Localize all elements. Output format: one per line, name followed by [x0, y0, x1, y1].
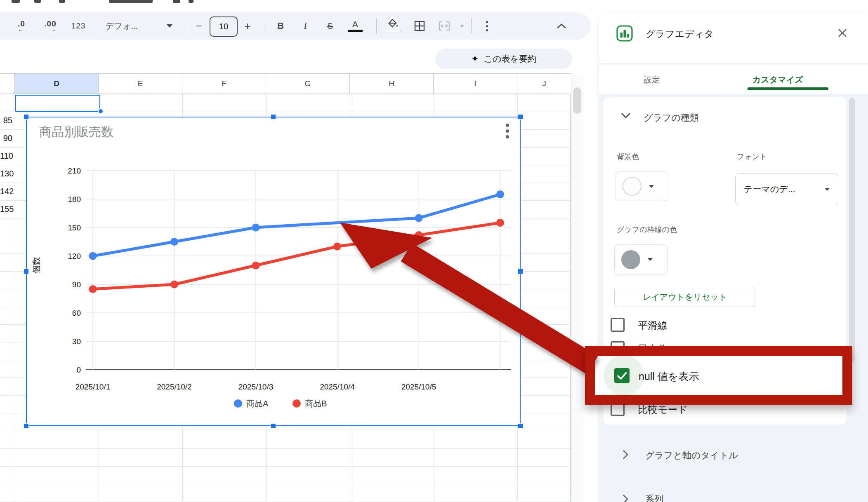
y-tick-label: 150: [68, 223, 81, 232]
data-point: [252, 224, 260, 232]
section-series[interactable]: 系列: [645, 493, 663, 502]
checkbox-compare-mode-label: 比較モード: [638, 403, 688, 416]
tab-setup[interactable]: 設定: [644, 74, 660, 85]
chart-border-color-picker[interactable]: [614, 244, 668, 274]
selected-cell[interactable]: [15, 95, 100, 112]
chevron-right-icon[interactable]: [622, 494, 629, 502]
legend-label[interactable]: 商品B: [305, 399, 327, 408]
resize-handle[interactable]: [24, 423, 29, 429]
checkbox-maximize-label: 最大化: [638, 342, 668, 356]
column-header-partial[interactable]: [0, 74, 15, 94]
legend-label[interactable]: 商品A: [246, 399, 269, 408]
data-point: [252, 262, 260, 270]
merge-cells-icon: [438, 21, 451, 31]
toolbar-divider: [376, 18, 377, 34]
background-color-label: 背景色: [617, 152, 639, 162]
column-header-J[interactable]: J: [517, 74, 571, 94]
text-color-button[interactable]: A: [346, 12, 365, 40]
more-options-button[interactable]: [478, 12, 496, 40]
chevron-down-icon[interactable]: [620, 112, 631, 119]
chart-border-color-label: グラフの枠線の色: [617, 225, 677, 235]
sheet-scrollbar-thumb[interactable]: [573, 87, 581, 114]
fill-handle[interactable]: [98, 108, 104, 114]
font-family-caret[interactable]: [163, 12, 176, 40]
y-tick-label: 90: [72, 280, 81, 289]
data-point: [415, 214, 423, 222]
number-format-button[interactable]: 123: [67, 12, 90, 40]
arrow-left-icon: ←: [18, 27, 23, 32]
checkbox-maximize[interactable]: [611, 341, 625, 355]
resize-handle[interactable]: [24, 114, 29, 120]
sheet-vertical-scrollbar[interactable]: [571, 73, 583, 502]
resize-handle[interactable]: [271, 423, 276, 429]
chevron-up-icon: [556, 23, 567, 29]
cell-value[interactable]: 110: [0, 147, 12, 165]
strikethrough-button[interactable]: S: [321, 12, 339, 40]
resize-handle[interactable]: [518, 269, 523, 274]
increase-decimal-button[interactable]: .00→: [38, 12, 63, 40]
data-point: [496, 190, 504, 198]
resize-handle[interactable]: [518, 423, 523, 429]
cell-value[interactable]: 130: [0, 165, 12, 183]
borders-button[interactable]: [409, 12, 430, 40]
section-chart-axis-titles[interactable]: グラフと軸のタイトル: [645, 449, 738, 462]
column-header-row: D E F G H I J: [0, 73, 571, 94]
close-icon[interactable]: [837, 27, 848, 39]
data-point: [89, 252, 97, 260]
fill-color-swatch: [386, 30, 401, 33]
merge-cells-button[interactable]: [434, 12, 455, 40]
resize-handle[interactable]: [24, 269, 29, 274]
series-line: [93, 195, 500, 256]
column-header-G[interactable]: G: [266, 74, 350, 94]
x-tick-label: 2025/10/2: [157, 382, 192, 391]
summarize-table-button[interactable]: ✦ この表を要約: [435, 49, 572, 69]
resize-handle[interactable]: [518, 114, 523, 120]
collapse-toolbar-button[interactable]: [551, 12, 572, 40]
increase-font-size-button[interactable]: +: [239, 12, 256, 40]
y-tick-label: 210: [68, 167, 81, 175]
checkbox-show-null-values[interactable]: [614, 368, 630, 383]
column-header-F[interactable]: F: [182, 74, 266, 94]
font-family-select[interactable]: デフォ...: [102, 12, 167, 40]
resize-handle[interactable]: [271, 114, 276, 120]
tab-customize[interactable]: カスタマイズ: [752, 74, 803, 85]
x-tick-label: 2025/10/4: [320, 382, 355, 391]
data-point: [333, 243, 341, 251]
font-size-field[interactable]: 10: [210, 16, 238, 37]
column-header-D[interactable]: D: [15, 74, 99, 94]
merge-cells-caret[interactable]: [456, 12, 468, 40]
y-tick-label: 30: [72, 337, 81, 346]
italic-button[interactable]: I: [296, 12, 314, 40]
borders-grid-icon: [414, 21, 425, 31]
x-tick-label: 2025/10/1: [75, 382, 111, 391]
cell-value[interactable]: 90: [0, 129, 12, 147]
menu-fragment: [173, 0, 180, 3]
checkbox-compare-mode[interactable]: [611, 402, 625, 416]
menu-fragment: [109, 0, 153, 3]
panel-scrollbar-thumb[interactable]: [849, 98, 855, 361]
text-color-swatch: [348, 30, 363, 32]
cell-value[interactable]: 155: [0, 200, 12, 218]
y-tick-label: 0: [76, 366, 81, 374]
background-color-picker[interactable]: [616, 171, 668, 201]
font-label: フォント: [737, 152, 767, 162]
y-tick-label: 60: [72, 309, 81, 317]
column-header-H[interactable]: H: [350, 74, 434, 94]
section-header-chart-type[interactable]: グラフの種類: [644, 112, 699, 124]
toolbar-divider: [185, 18, 185, 34]
decrease-decimal-button[interactable]: .0←: [10, 12, 33, 40]
chevron-down-icon: [460, 25, 465, 28]
chevron-right-icon[interactable]: [622, 449, 629, 460]
chart-border-color-swatch: [621, 250, 640, 269]
decrease-font-size-button[interactable]: −: [191, 12, 207, 40]
column-header-I[interactable]: I: [434, 74, 517, 94]
cell-value[interactable]: 85: [0, 112, 12, 129]
fill-color-button[interactable]: [383, 12, 403, 40]
checkbox-smooth-line[interactable]: [611, 318, 625, 332]
column-header-E[interactable]: E: [99, 74, 182, 94]
cell-value[interactable]: 142: [0, 183, 12, 200]
reset-layout-button[interactable]: レイアウトをリセット: [614, 287, 755, 307]
x-tick-label: 2025/10/3: [238, 382, 274, 391]
bold-button[interactable]: B: [271, 12, 290, 40]
font-select[interactable]: テーマのデ...: [735, 173, 838, 205]
